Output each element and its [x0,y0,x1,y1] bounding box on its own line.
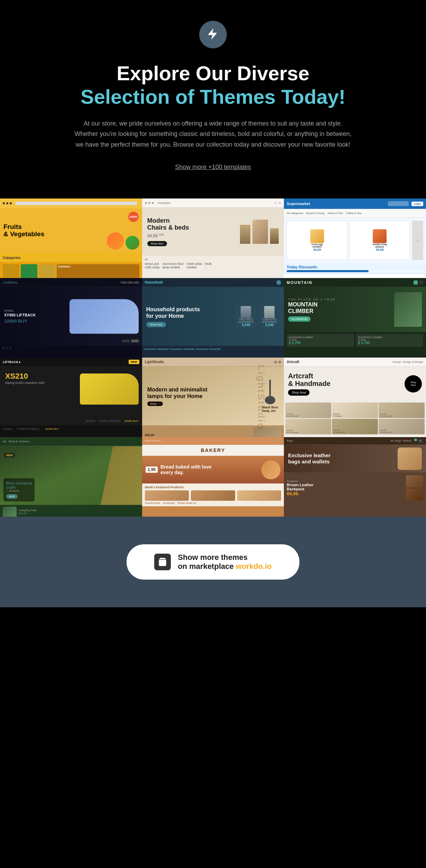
hero-title-cyan: Selection of Themes Today! [14,86,412,108]
template-card-lamps[interactable]: LightStudio Modern and minimalistlamps f… [142,358,284,437]
template-card-car1[interactable]: CARDEAL +000.000.000 MODEL XY995 LI [0,278,142,358]
hero-title-white: Explore Our Diverse [14,62,412,84]
template-card-fruits[interactable]: Fruits& Vegetables 100% Categories Veget [0,198,142,278]
template-card-mountain[interactable]: MOUNTAIN THE PLACE OF A TRUE MOUNTAINCLI… [284,278,426,358]
template-card-xs210[interactable]: LIFTBACK ▸ NEW XS210 Daring GS0D Gasolin… [0,358,142,437]
cta-line2: on marketplace workdo.io [178,562,271,571]
cta-line1: Show more themes [178,553,271,562]
lightning-icon [206,27,220,42]
template-card-bakery[interactable]: Bakery Store 🛒 BAKERY 2,99 Bread baked w… [142,437,284,517]
template-card-camping[interactable]: G▸ Tents & Outdoors NEW Blue Camping Lig… [0,437,142,517]
hero-description: At our store, we pride ourselves on offe… [71,118,355,150]
template-card-household[interactable]: Household 🛒 Household productsfor your H… [142,278,284,358]
templates-grid: Fruits& Vegetables 100% Categories Veget [0,198,426,517]
template-card-furniture[interactable]: Furniture ModernChairs & beds 34,59 USD … [142,198,284,278]
hero-section: Explore Our Diverse Selection of Themes … [0,0,426,198]
template-card-supermarket[interactable]: Supermarket Login All categories Bread &… [284,198,426,278]
basket-icon [154,554,171,570]
lightning-icon-wrapper [199,21,227,48]
show-more-templates-link[interactable]: Show more +100 templates [175,164,251,171]
bottom-section: Show more themes on marketplace workdo.i… [0,517,426,607]
show-more-marketplace-button[interactable]: Show more themes on marketplace workdo.i… [127,544,299,580]
template-card-bags[interactable]: Bags AllBagsWallets 🛒 Exclusive leatherb… [284,437,426,517]
template-card-artcraft[interactable]: Artcraft Design Design & Design Artcraft… [284,358,426,437]
cta-text: Show more themes on marketplace workdo.i… [178,553,271,571]
